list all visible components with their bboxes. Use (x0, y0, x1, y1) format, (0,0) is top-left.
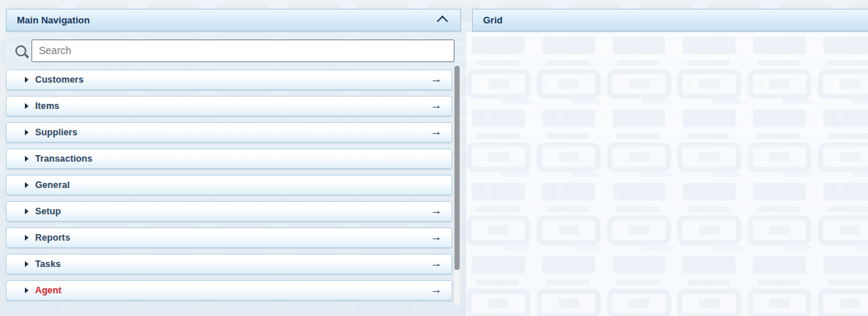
nav-scrollbar-track[interactable] (454, 66, 460, 305)
expand-triangle-icon[interactable] (25, 287, 29, 293)
grid-title: Grid (483, 15, 503, 26)
nav-item-reports[interactable]: Reports → (6, 227, 452, 248)
nav-item-label: Setup (35, 206, 61, 217)
drill-arrow-icon[interactable]: → (430, 257, 442, 269)
nav-item-list: Customers → Items → Suppliers → Transact… (6, 69, 461, 301)
expand-triangle-icon[interactable] (25, 77, 29, 83)
nav-item-items[interactable]: Items → (6, 96, 452, 116)
main-navigation-header: Main Navigation (6, 9, 461, 31)
main-navigation-panel: Main Navigation Customers → Items → Supp… (6, 9, 461, 311)
nav-item-tasks[interactable]: Tasks → (6, 254, 452, 274)
expand-triangle-icon[interactable] (25, 156, 29, 162)
drill-arrow-icon[interactable]: → (430, 284, 442, 296)
main-navigation-title: Main Navigation (17, 15, 90, 26)
drill-arrow-icon[interactable]: → (430, 73, 442, 85)
collapse-panel-button[interactable] (434, 13, 450, 28)
drill-arrow-icon[interactable]: → (430, 99, 442, 111)
nav-scrollbar-thumb[interactable] (454, 66, 460, 270)
nav-item-customers[interactable]: Customers → (6, 69, 452, 90)
nav-item-label: Transactions (35, 154, 92, 164)
grid-content-area (466, 32, 868, 316)
nav-item-transactions[interactable]: Transactions (6, 148, 452, 169)
expand-triangle-icon[interactable] (25, 261, 29, 267)
nav-item-suppliers[interactable]: Suppliers → (6, 122, 452, 143)
nav-item-general[interactable]: General (6, 175, 452, 195)
nav-item-label: Suppliers (35, 127, 78, 138)
drill-arrow-icon[interactable]: → (430, 126, 442, 138)
nav-item-label: Agent (35, 285, 61, 296)
drill-arrow-icon[interactable]: → (430, 205, 442, 217)
grid-panel: Grid (472, 9, 868, 31)
search-row (6, 31, 461, 69)
nav-item-label: Items (35, 101, 59, 111)
nav-item-label: Tasks (35, 259, 61, 269)
nav-item-label: General (35, 180, 70, 190)
search-icon-wrap (10, 45, 31, 56)
nav-item-setup[interactable]: Setup → (6, 201, 452, 222)
expand-triangle-icon[interactable] (25, 129, 29, 135)
expand-triangle-icon[interactable] (25, 182, 29, 188)
expand-triangle-icon[interactable] (25, 235, 29, 241)
nav-item-label: Customers (35, 75, 83, 85)
drill-arrow-icon[interactable]: → (430, 231, 442, 243)
grid-header: Grid (472, 9, 868, 31)
expand-triangle-icon[interactable] (25, 208, 29, 214)
search-icon (15, 45, 26, 56)
nav-item-agent[interactable]: Agent → (6, 280, 452, 301)
application-window: Main Navigation Customers → Items → Supp… (0, 0, 868, 316)
chevron-up-icon (436, 15, 448, 27)
watermark-pattern-grid (466, 32, 868, 316)
expand-triangle-icon[interactable] (25, 103, 29, 109)
search-input[interactable] (31, 40, 454, 62)
nav-item-label: Reports (35, 233, 70, 243)
